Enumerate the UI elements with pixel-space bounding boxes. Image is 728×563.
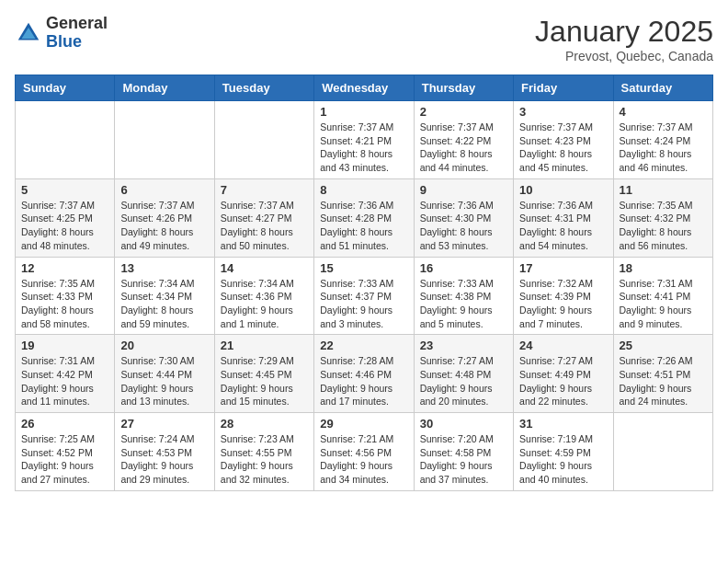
day-info: Sunrise: 7:37 AM Sunset: 4:27 PM Dayligh… bbox=[221, 199, 308, 253]
calendar-cell: 16 Sunrise: 7:33 AM Sunset: 4:38 PM Dayl… bbox=[414, 257, 513, 335]
calendar-cell: 3 Sunrise: 7:37 AM Sunset: 4:23 PM Dayli… bbox=[514, 101, 613, 179]
day-info: Sunrise: 7:33 AM Sunset: 4:38 PM Dayligh… bbox=[420, 277, 507, 331]
day-number: 8 bbox=[320, 183, 407, 197]
sunrise-text: Sunrise: 7:35 AM bbox=[620, 200, 693, 211]
daylight-text: Daylight: 8 hours and 51 minutes. bbox=[320, 226, 392, 251]
calendar-cell: 4 Sunrise: 7:37 AM Sunset: 4:24 PM Dayli… bbox=[613, 101, 712, 179]
day-info: Sunrise: 7:32 AM Sunset: 4:39 PM Dayligh… bbox=[519, 277, 607, 331]
sunrise-text: Sunrise: 7:36 AM bbox=[519, 200, 593, 211]
daylight-text: Daylight: 9 hours and 3 minutes. bbox=[320, 304, 392, 329]
day-number: 16 bbox=[420, 261, 507, 275]
daylight-text: Daylight: 8 hours and 50 minutes. bbox=[221, 226, 293, 251]
calendar-cell bbox=[214, 101, 313, 179]
calendar-cell: 10 Sunrise: 7:36 AM Sunset: 4:31 PM Dayl… bbox=[514, 178, 613, 257]
daylight-text: Daylight: 9 hours and 7 minutes. bbox=[519, 304, 592, 329]
daylight-text: Daylight: 8 hours and 54 minutes. bbox=[519, 226, 592, 251]
day-info: Sunrise: 7:33 AM Sunset: 4:37 PM Dayligh… bbox=[320, 277, 407, 331]
sunrise-text: Sunrise: 7:30 AM bbox=[120, 355, 194, 366]
daylight-text: Daylight: 9 hours and 40 minutes. bbox=[519, 460, 592, 485]
sunrise-text: Sunrise: 7:25 AM bbox=[21, 433, 95, 444]
calendar-cell: 18 Sunrise: 7:31 AM Sunset: 4:41 PM Dayl… bbox=[613, 257, 712, 335]
calendar-cell: 24 Sunrise: 7:27 AM Sunset: 4:49 PM Dayl… bbox=[514, 335, 613, 413]
day-number: 9 bbox=[420, 183, 507, 197]
day-info: Sunrise: 7:37 AM Sunset: 4:21 PM Dayligh… bbox=[320, 121, 407, 175]
sunset-text: Sunset: 4:49 PM bbox=[519, 369, 591, 380]
calendar-week-5: 26 Sunrise: 7:25 AM Sunset: 4:52 PM Dayl… bbox=[16, 413, 713, 491]
day-number: 28 bbox=[221, 417, 308, 431]
month-title: January 2025 bbox=[535, 15, 713, 49]
day-info: Sunrise: 7:20 AM Sunset: 4:58 PM Dayligh… bbox=[420, 432, 507, 487]
day-info: Sunrise: 7:34 AM Sunset: 4:36 PM Dayligh… bbox=[221, 277, 308, 331]
day-info: Sunrise: 7:29 AM Sunset: 4:45 PM Dayligh… bbox=[221, 354, 308, 408]
sunrise-text: Sunrise: 7:24 AM bbox=[120, 433, 194, 444]
day-number: 7 bbox=[221, 183, 308, 197]
sunset-text: Sunset: 4:38 PM bbox=[420, 291, 492, 302]
sunrise-text: Sunrise: 7:36 AM bbox=[420, 200, 494, 211]
day-info: Sunrise: 7:37 AM Sunset: 4:26 PM Dayligh… bbox=[120, 199, 208, 253]
sunset-text: Sunset: 4:42 PM bbox=[21, 369, 93, 380]
day-number: 11 bbox=[620, 183, 707, 197]
day-number: 2 bbox=[420, 105, 507, 119]
day-number: 21 bbox=[221, 339, 308, 352]
daylight-text: Daylight: 8 hours and 46 minutes. bbox=[620, 148, 692, 173]
calendar-cell bbox=[16, 101, 115, 179]
day-number: 20 bbox=[120, 339, 208, 352]
sunrise-text: Sunrise: 7:31 AM bbox=[21, 355, 95, 366]
daylight-text: Daylight: 9 hours and 34 minutes. bbox=[320, 460, 392, 485]
calendar-cell: 2 Sunrise: 7:37 AM Sunset: 4:22 PM Dayli… bbox=[414, 101, 513, 179]
day-info: Sunrise: 7:28 AM Sunset: 4:46 PM Dayligh… bbox=[320, 354, 407, 408]
daylight-text: Daylight: 8 hours and 58 minutes. bbox=[21, 304, 94, 329]
sunrise-text: Sunrise: 7:20 AM bbox=[420, 433, 494, 444]
calendar-cell: 20 Sunrise: 7:30 AM Sunset: 4:44 PM Dayl… bbox=[115, 335, 214, 413]
daylight-text: Daylight: 9 hours and 27 minutes. bbox=[21, 460, 94, 485]
day-info: Sunrise: 7:23 AM Sunset: 4:55 PM Dayligh… bbox=[221, 432, 308, 487]
day-number: 26 bbox=[21, 417, 108, 431]
sunset-text: Sunset: 4:32 PM bbox=[620, 213, 691, 224]
daylight-text: Daylight: 9 hours and 20 minutes. bbox=[420, 383, 493, 408]
calendar-cell: 5 Sunrise: 7:37 AM Sunset: 4:25 PM Dayli… bbox=[16, 178, 115, 257]
sunrise-text: Sunrise: 7:37 AM bbox=[21, 200, 95, 211]
sunrise-text: Sunrise: 7:27 AM bbox=[420, 355, 494, 366]
day-number: 30 bbox=[420, 417, 507, 431]
day-info: Sunrise: 7:27 AM Sunset: 4:49 PM Dayligh… bbox=[519, 354, 607, 408]
daylight-text: Daylight: 8 hours and 45 minutes. bbox=[519, 148, 592, 173]
day-info: Sunrise: 7:36 AM Sunset: 4:30 PM Dayligh… bbox=[420, 199, 507, 253]
day-info: Sunrise: 7:27 AM Sunset: 4:48 PM Dayligh… bbox=[420, 354, 507, 408]
calendar-cell: 22 Sunrise: 7:28 AM Sunset: 4:46 PM Dayl… bbox=[314, 335, 414, 413]
sunrise-text: Sunrise: 7:19 AM bbox=[519, 433, 593, 444]
day-number: 23 bbox=[420, 339, 507, 352]
calendar-week-1: 1 Sunrise: 7:37 AM Sunset: 4:21 PM Dayli… bbox=[16, 101, 713, 179]
sunrise-text: Sunrise: 7:35 AM bbox=[21, 278, 95, 289]
day-number: 18 bbox=[620, 261, 707, 275]
calendar-cell: 9 Sunrise: 7:36 AM Sunset: 4:30 PM Dayli… bbox=[414, 178, 513, 257]
daylight-text: Daylight: 8 hours and 49 minutes. bbox=[120, 226, 193, 251]
sunrise-text: Sunrise: 7:29 AM bbox=[221, 355, 294, 366]
daylight-text: Daylight: 9 hours and 17 minutes. bbox=[320, 383, 392, 408]
day-info: Sunrise: 7:19 AM Sunset: 4:59 PM Dayligh… bbox=[519, 432, 607, 487]
day-number: 10 bbox=[519, 183, 607, 197]
day-number: 6 bbox=[120, 183, 208, 197]
day-number: 31 bbox=[519, 417, 607, 431]
sunset-text: Sunset: 4:36 PM bbox=[221, 291, 292, 302]
daylight-text: Daylight: 9 hours and 37 minutes. bbox=[420, 460, 493, 485]
daylight-text: Daylight: 9 hours and 32 minutes. bbox=[221, 460, 293, 485]
sunset-text: Sunset: 4:24 PM bbox=[620, 135, 691, 146]
day-number: 27 bbox=[120, 417, 208, 431]
sunrise-text: Sunrise: 7:33 AM bbox=[420, 278, 494, 289]
sunset-text: Sunset: 4:25 PM bbox=[21, 213, 93, 224]
calendar-cell: 14 Sunrise: 7:34 AM Sunset: 4:36 PM Dayl… bbox=[214, 257, 313, 335]
day-number: 25 bbox=[620, 339, 707, 352]
daylight-text: Daylight: 8 hours and 43 minutes. bbox=[320, 148, 392, 173]
calendar-cell bbox=[115, 101, 214, 179]
sunset-text: Sunset: 4:58 PM bbox=[420, 447, 492, 458]
daylight-text: Daylight: 8 hours and 59 minutes. bbox=[120, 304, 193, 329]
daylight-text: Daylight: 9 hours and 15 minutes. bbox=[221, 383, 293, 408]
page-header: General Blue January 2025 Prevost, Quebe… bbox=[15, 15, 713, 63]
sunrise-text: Sunrise: 7:37 AM bbox=[519, 121, 593, 132]
day-number: 15 bbox=[320, 261, 407, 275]
day-number: 12 bbox=[21, 261, 108, 275]
weekday-header-monday: Monday bbox=[115, 75, 214, 101]
calendar-cell: 19 Sunrise: 7:31 AM Sunset: 4:42 PM Dayl… bbox=[16, 335, 115, 413]
daylight-text: Daylight: 9 hours and 13 minutes. bbox=[120, 383, 193, 408]
sunrise-text: Sunrise: 7:37 AM bbox=[320, 121, 393, 132]
